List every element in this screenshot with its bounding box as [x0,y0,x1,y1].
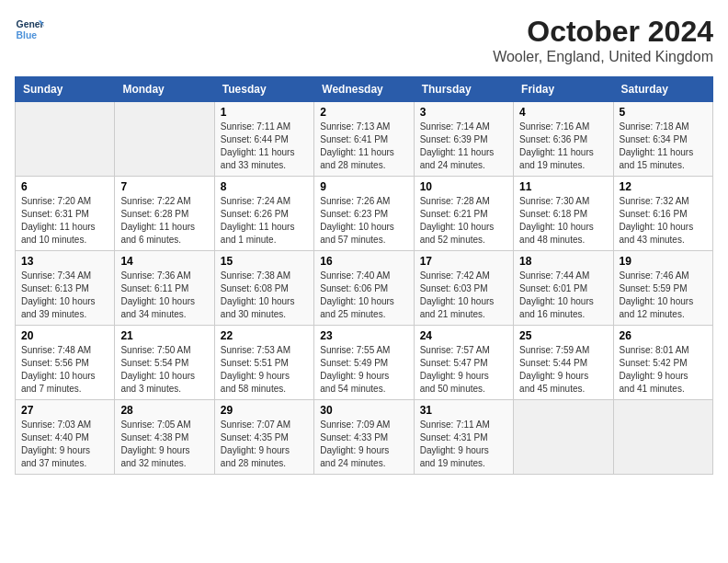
day-info: Sunrise: 7:44 AM Sunset: 6:01 PM Dayligh… [519,270,607,321]
calendar-cell: 7Sunrise: 7:22 AM Sunset: 6:28 PM Daylig… [115,177,214,251]
day-number: 17 [420,255,507,268]
day-info: Sunrise: 7:13 AM Sunset: 6:41 PM Dayligh… [320,121,407,172]
calendar-cell: 24Sunrise: 7:57 AM Sunset: 5:47 PM Dayli… [414,326,513,400]
day-number: 11 [519,180,607,193]
calendar-cell: 27Sunrise: 7:03 AM Sunset: 4:40 PM Dayli… [16,400,115,475]
day-number: 15 [221,255,308,268]
day-info: Sunrise: 7:09 AM Sunset: 4:33 PM Dayligh… [320,419,407,470]
calendar-cell: 20Sunrise: 7:48 AM Sunset: 5:56 PM Dayli… [16,326,115,400]
day-info: Sunrise: 7:26 AM Sunset: 6:23 PM Dayligh… [320,195,407,247]
day-number: 8 [221,180,308,193]
logo-icon: General Blue [15,15,44,44]
calendar-week: 27Sunrise: 7:03 AM Sunset: 4:40 PM Dayli… [16,400,713,475]
calendar-cell: 16Sunrise: 7:40 AM Sunset: 6:06 PM Dayli… [314,251,414,326]
calendar-week: 1Sunrise: 7:11 AM Sunset: 6:44 PM Daylig… [16,102,713,177]
day-number: 3 [420,106,507,119]
day-number: 24 [420,329,507,342]
day-info: Sunrise: 7:59 AM Sunset: 5:44 PM Dayligh… [519,344,607,396]
day-number: 20 [21,329,108,342]
calendar-cell: 25Sunrise: 7:59 AM Sunset: 5:44 PM Dayli… [514,326,613,400]
calendar-cell: 12Sunrise: 7:32 AM Sunset: 6:16 PM Dayli… [613,177,712,251]
day-info: Sunrise: 7:11 AM Sunset: 4:31 PM Dayligh… [420,419,507,470]
day-info: Sunrise: 7:36 AM Sunset: 6:11 PM Dayligh… [120,270,208,321]
day-number: 27 [21,404,108,417]
calendar-week: 13Sunrise: 7:34 AM Sunset: 6:13 PM Dayli… [16,251,713,326]
day-header: Monday [115,77,214,102]
day-number: 10 [420,180,507,193]
day-info: Sunrise: 7:11 AM Sunset: 6:44 PM Dayligh… [221,121,308,172]
day-info: Sunrise: 7:42 AM Sunset: 6:03 PM Dayligh… [420,270,507,321]
calendar-cell: 22Sunrise: 7:53 AM Sunset: 5:51 PM Dayli… [214,326,313,400]
calendar-cell: 5Sunrise: 7:18 AM Sunset: 6:34 PM Daylig… [613,102,712,177]
calendar-week: 20Sunrise: 7:48 AM Sunset: 5:56 PM Dayli… [16,326,713,400]
day-header: Sunday [16,77,115,102]
day-number: 30 [320,404,407,417]
calendar-cell: 26Sunrise: 8:01 AM Sunset: 5:42 PM Dayli… [613,326,712,400]
day-info: Sunrise: 7:50 AM Sunset: 5:54 PM Dayligh… [120,344,208,396]
day-info: Sunrise: 7:55 AM Sunset: 5:49 PM Dayligh… [320,344,407,396]
day-header: Friday [514,77,613,102]
logo: General Blue [15,15,44,44]
calendar-cell [115,102,214,177]
day-number: 19 [620,255,707,268]
day-number: 23 [320,329,407,342]
day-number: 26 [620,329,707,342]
day-info: Sunrise: 7:57 AM Sunset: 5:47 PM Dayligh… [420,344,507,396]
day-info: Sunrise: 7:32 AM Sunset: 6:16 PM Dayligh… [620,195,707,247]
day-number: 9 [320,180,407,193]
calendar-cell: 3Sunrise: 7:14 AM Sunset: 6:39 PM Daylig… [414,102,513,177]
calendar-cell: 18Sunrise: 7:44 AM Sunset: 6:01 PM Dayli… [514,251,613,326]
day-info: Sunrise: 7:16 AM Sunset: 6:36 PM Dayligh… [519,121,607,172]
calendar-cell [16,102,115,177]
calendar-cell: 29Sunrise: 7:07 AM Sunset: 4:35 PM Dayli… [214,400,313,475]
day-info: Sunrise: 7:30 AM Sunset: 6:18 PM Dayligh… [519,195,607,247]
calendar-cell: 13Sunrise: 7:34 AM Sunset: 6:13 PM Dayli… [16,251,115,326]
day-info: Sunrise: 7:28 AM Sunset: 6:21 PM Dayligh… [420,195,507,247]
calendar-cell: 14Sunrise: 7:36 AM Sunset: 6:11 PM Dayli… [115,251,214,326]
day-info: Sunrise: 7:07 AM Sunset: 4:35 PM Dayligh… [221,419,308,470]
day-info: Sunrise: 7:34 AM Sunset: 6:13 PM Dayligh… [21,270,108,321]
calendar-cell [613,400,712,475]
day-info: Sunrise: 8:01 AM Sunset: 5:42 PM Dayligh… [620,344,707,396]
day-info: Sunrise: 7:46 AM Sunset: 5:59 PM Dayligh… [620,270,707,321]
svg-text:Blue: Blue [17,30,38,40]
day-info: Sunrise: 7:53 AM Sunset: 5:51 PM Dayligh… [221,344,308,396]
header: General Blue October 2024 Wooler, Englan… [15,15,713,65]
calendar-cell: 28Sunrise: 7:05 AM Sunset: 4:38 PM Dayli… [115,400,214,475]
calendar-cell [514,400,613,475]
day-number: 22 [221,329,308,342]
day-info: Sunrise: 7:22 AM Sunset: 6:28 PM Dayligh… [120,195,208,247]
calendar-cell: 9Sunrise: 7:26 AM Sunset: 6:23 PM Daylig… [314,177,414,251]
calendar-cell: 15Sunrise: 7:38 AM Sunset: 6:08 PM Dayli… [214,251,313,326]
day-info: Sunrise: 7:18 AM Sunset: 6:34 PM Dayligh… [620,121,707,172]
header-row: SundayMondayTuesdayWednesdayThursdayFrid… [16,77,713,102]
day-header: Saturday [613,77,712,102]
day-number: 16 [320,255,407,268]
day-info: Sunrise: 7:48 AM Sunset: 5:56 PM Dayligh… [21,344,108,396]
day-number: 14 [120,255,208,268]
calendar-cell: 4Sunrise: 7:16 AM Sunset: 6:36 PM Daylig… [514,102,613,177]
day-number: 28 [120,404,208,417]
day-number: 18 [519,255,607,268]
calendar-cell: 6Sunrise: 7:20 AM Sunset: 6:31 PM Daylig… [16,177,115,251]
calendar-cell: 17Sunrise: 7:42 AM Sunset: 6:03 PM Dayli… [414,251,513,326]
main-title: October 2024 [493,15,713,49]
calendar-week: 6Sunrise: 7:20 AM Sunset: 6:31 PM Daylig… [16,177,713,251]
day-number: 31 [420,404,507,417]
day-number: 2 [320,106,407,119]
day-number: 1 [221,106,308,119]
calendar-cell: 23Sunrise: 7:55 AM Sunset: 5:49 PM Dayli… [314,326,414,400]
day-info: Sunrise: 7:24 AM Sunset: 6:26 PM Dayligh… [221,195,308,247]
day-info: Sunrise: 7:14 AM Sunset: 6:39 PM Dayligh… [420,121,507,172]
day-header: Thursday [414,77,513,102]
calendar-cell: 31Sunrise: 7:11 AM Sunset: 4:31 PM Dayli… [414,400,513,475]
day-number: 21 [120,329,208,342]
day-info: Sunrise: 7:20 AM Sunset: 6:31 PM Dayligh… [21,195,108,247]
day-info: Sunrise: 7:05 AM Sunset: 4:38 PM Dayligh… [120,419,208,470]
calendar-table: SundayMondayTuesdayWednesdayThursdayFrid… [15,76,713,475]
day-number: 7 [120,180,208,193]
day-number: 5 [620,106,707,119]
calendar-cell: 1Sunrise: 7:11 AM Sunset: 6:44 PM Daylig… [214,102,313,177]
calendar-cell: 21Sunrise: 7:50 AM Sunset: 5:54 PM Dayli… [115,326,214,400]
day-number: 13 [21,255,108,268]
